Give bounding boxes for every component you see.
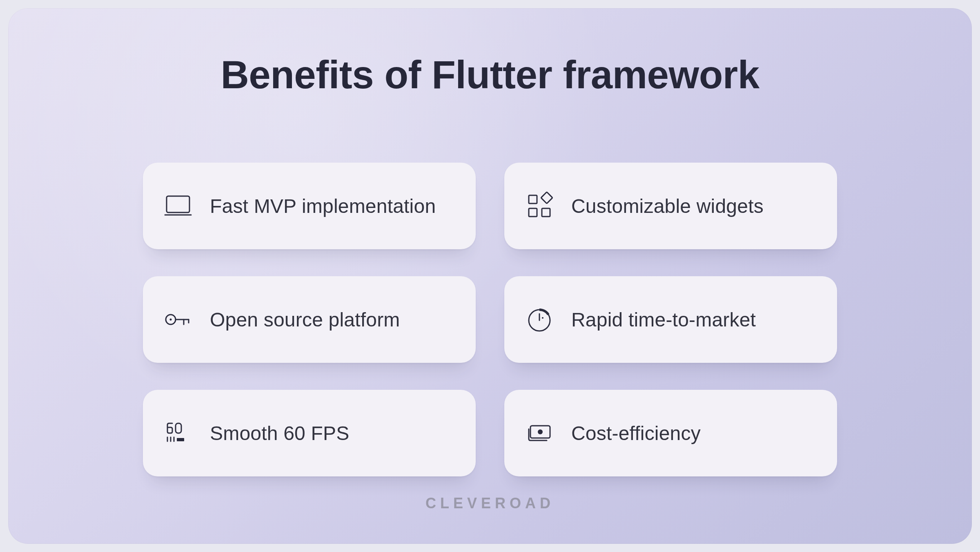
brand-footer: CLEVEROAD: [8, 495, 972, 512]
svg-rect-4: [542, 208, 550, 217]
widgets-icon: [525, 191, 554, 221]
benefit-card-open-source: Open source platform: [143, 276, 476, 363]
page-title: Benefits of Flutter framework: [220, 52, 759, 97]
benefits-panel: Benefits of Flutter framework Fast MVP i…: [8, 8, 972, 544]
benefit-card-cost: Cost-efficiency: [504, 390, 837, 476]
timer-icon: [525, 305, 554, 334]
benefit-card-time-to-market: Rapid time-to-market: [504, 276, 837, 363]
benefit-card-widgets: Customizable widgets: [504, 163, 837, 249]
benefit-card-fast-mvp: Fast MVP implementation: [143, 163, 476, 249]
benefit-label: Rapid time-to-market: [571, 308, 756, 331]
benefit-card-fps: Smooth 60 FPS: [143, 390, 476, 476]
benefit-label: Fast MVP implementation: [210, 195, 436, 217]
benefits-grid: Fast MVP implementation Customizable wid…: [143, 163, 837, 476]
svg-point-20: [538, 429, 543, 434]
canvas: Benefits of Flutter framework Fast MVP i…: [0, 0, 980, 552]
svg-rect-3: [529, 208, 537, 217]
svg-rect-2: [529, 195, 537, 203]
svg-point-7: [170, 319, 172, 321]
benefit-label: Smooth 60 FPS: [210, 422, 349, 445]
benefit-label: Cost-efficiency: [571, 422, 701, 445]
svg-point-12: [542, 317, 543, 319]
svg-rect-18: [177, 438, 184, 441]
benefit-label: Open source platform: [210, 308, 400, 331]
svg-rect-0: [167, 196, 189, 212]
svg-rect-14: [176, 423, 181, 433]
key-icon: [163, 305, 193, 334]
laptop-icon: [163, 191, 193, 221]
benefit-label: Customizable widgets: [571, 195, 764, 217]
svg-rect-5: [541, 192, 552, 203]
money-icon: [525, 418, 554, 448]
fps-icon: [163, 418, 193, 448]
